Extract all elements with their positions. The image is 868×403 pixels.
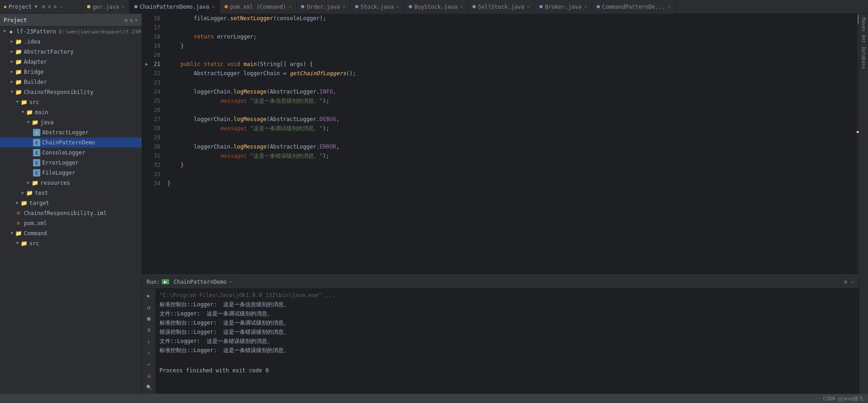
sidebar-title: Project xyxy=(4,17,27,23)
tab-close[interactable]: ✕ xyxy=(343,4,346,9)
tree-item-java[interactable]: ▼ 📁 java xyxy=(0,117,142,127)
project-label: Project xyxy=(9,4,32,10)
folder-icon-chainofresponsibility: 📁 xyxy=(15,88,22,96)
tab-label: Stock.java xyxy=(361,4,394,10)
toolbar-settings[interactable]: ⚙ xyxy=(54,4,57,10)
folder-icon-builder: 📁 xyxy=(15,78,22,86)
run-rerun-button[interactable]: ↺ xyxy=(144,302,154,312)
tree-item-resources[interactable]: ▶ 📁 resources xyxy=(0,178,142,188)
tab-close[interactable]: ✕ xyxy=(289,4,291,9)
tree-item-test[interactable]: ▶ 📁 test xyxy=(0,188,142,198)
tree-item-idea[interactable]: ▶ 📁 .idea xyxy=(0,37,142,47)
run-scroll-up-button[interactable]: ↑ xyxy=(144,348,154,358)
tree-item-builder[interactable]: ▶ 📁 Builder xyxy=(0,77,142,87)
line-num-23: 23 xyxy=(144,78,160,87)
tab-stock-java[interactable]: Stock.java ✕ xyxy=(351,0,404,14)
tab-label: CommandPatternDe... xyxy=(602,4,665,10)
run-tab-chainpatterndemo[interactable]: ChainPatternDemo ✕ xyxy=(171,276,235,288)
tab-pom-xml-command[interactable]: pom.xml (Command) ✕ xyxy=(220,0,297,14)
toolbar-minimize[interactable]: — xyxy=(60,4,63,10)
tab-commandpatternde[interactable]: CommandPatternDe... ✕ xyxy=(592,0,676,14)
tree-item-main[interactable]: ▼ 📁 main xyxy=(0,107,142,117)
tree-label-main: main xyxy=(35,109,48,116)
tab-sellstock-java[interactable]: SellStock.java ✕ xyxy=(468,0,535,14)
tree-item-chainofresponsibility[interactable]: ▼ 📁 ChainofResponsibility xyxy=(0,87,142,97)
line-num-22: 22 xyxy=(144,69,160,78)
tree-item-consolelogger[interactable]: C ConsoleLogger xyxy=(0,148,142,158)
sidebar-settings-icon[interactable]: ⇅ xyxy=(130,17,133,23)
java-icon-abstractlogger: A xyxy=(33,129,40,136)
tree-item-pom-xml[interactable]: m pom.xml xyxy=(0,218,142,228)
tree-item-chainpatterndemo[interactable]: C ChainPatternDemo xyxy=(0,138,142,148)
run-wrap-button[interactable]: ⇌ xyxy=(144,359,154,369)
scrollbar-thumb[interactable] xyxy=(857,15,859,24)
code-line-23 xyxy=(167,78,852,87)
folder-icon-project: ◆ xyxy=(7,28,15,35)
tree-item-abstractlogger[interactable]: A AbstractLogger xyxy=(0,127,142,138)
tree-item-abstractfactory[interactable]: ▶ 📁 AbstractFactory xyxy=(0,47,142,57)
tree-item-command[interactable]: ▼ 📁 Command xyxy=(0,228,142,238)
tab-close[interactable]: ✕ xyxy=(396,4,399,9)
right-tool-maven[interactable]: Maven xyxy=(860,16,867,33)
tab-order-java[interactable]: Order.java ✕ xyxy=(297,0,350,14)
tab-label: Order.java xyxy=(307,4,340,10)
tab-close[interactable]: ✕ xyxy=(668,4,670,9)
tree-label-adapter: Adapter xyxy=(24,59,47,65)
output-line-4: 错误控制台::Logger: 这是一条错误级别的消息。 xyxy=(159,327,855,337)
right-tool-database[interactable]: Database xyxy=(860,45,867,71)
run-tab-close[interactable]: ✕ xyxy=(230,279,232,284)
tree-item-bridge[interactable]: ▶ 📁 Bridge xyxy=(0,67,142,77)
project-icon: ◆ xyxy=(4,4,7,10)
tree-item-iml[interactable]: m ChainofResponsibility.iml xyxy=(0,208,142,218)
run-stop-button[interactable]: ■ xyxy=(144,314,154,323)
run-play-button[interactable]: ▶ xyxy=(144,291,154,300)
tree-item-filelogger[interactable]: C FileLogger xyxy=(0,168,142,178)
tab-dot xyxy=(355,5,358,8)
tab-close[interactable]: ✕ xyxy=(527,4,530,9)
java-icon-chainpatterndemo: C xyxy=(33,139,40,146)
tree-item-target[interactable]: ▶ 📁 target xyxy=(0,198,142,208)
line-num-18: 18 xyxy=(144,32,160,41)
sidebar-gear-icon[interactable]: ⚙ xyxy=(124,17,127,23)
tab-dot xyxy=(87,5,90,8)
run-settings-icon[interactable]: ⚙ xyxy=(844,279,847,285)
tree-item-project-root[interactable]: ▼ ◆ lf-23Pattern D:\wenjian\workspace\lf… xyxy=(0,27,142,37)
tab-close[interactable]: ✕ xyxy=(212,4,215,9)
tab-broker-java[interactable]: Broker.java ✕ xyxy=(535,0,592,14)
run-minimize-icon[interactable]: — xyxy=(851,279,854,285)
tree-label-abstractfactory: AbstractFactory xyxy=(24,49,73,55)
run-tab-label: ChainPatternDemo xyxy=(174,279,227,285)
tree-item-errorlogger[interactable]: C ErrorLogger xyxy=(0,158,142,168)
project-header: ◆ Project ▼ ⊞ ⇅ ⚙ — xyxy=(0,0,82,14)
folder-icon-resources: 📁 xyxy=(31,179,38,187)
tab-dot xyxy=(225,5,228,8)
tab-close[interactable]: ✕ xyxy=(460,4,463,9)
run-pause-button[interactable]: ⏸ xyxy=(144,325,154,335)
tree-item-adapter[interactable]: ▶ 📁 Adapter xyxy=(0,57,142,67)
tree-item-src[interactable]: ▼ 📁 src xyxy=(0,97,142,107)
run-print-button[interactable]: 🖨 xyxy=(144,371,154,381)
sidebar-close-icon[interactable]: ✕ xyxy=(135,17,138,23)
tab-buystock-java[interactable]: BuyStock.java ✕ xyxy=(404,0,468,14)
line-num-28: 28 xyxy=(144,124,160,133)
output-line-1: 标准控制台::Logger: 这是一条信息级别的消息。 xyxy=(159,300,855,309)
tree-item-src2[interactable]: ▼ 📁 src xyxy=(0,238,142,248)
tree-arrow-chainofresponsibility: ▼ xyxy=(9,89,15,95)
tab-chainpatterndemo[interactable]: ChainPatternDemo.java ✕ xyxy=(130,0,220,14)
tab-close[interactable]: ✕ xyxy=(584,4,587,9)
tree-label-test: test xyxy=(35,190,48,196)
tab-ger-java[interactable]: ger.java ✕ xyxy=(82,0,130,14)
code-lines[interactable]: fileLogger.setNextLogger(consoleLogger);… xyxy=(165,14,852,275)
project-dropdown[interactable]: ▼ xyxy=(34,4,38,10)
tree-arrow-main: ▼ xyxy=(20,110,26,115)
code-container: 16 17 18 19 20 ▶ 21 22 23 24 25 26 27 28 xyxy=(142,14,859,275)
folder-icon-test: 📁 xyxy=(26,189,33,197)
tab-close[interactable]: ✕ xyxy=(122,4,125,9)
toolbar-layout[interactable]: ⊞ xyxy=(42,4,45,10)
right-tool-ant[interactable]: Ant xyxy=(860,33,867,45)
run-filter-button[interactable]: 🔍 xyxy=(144,382,154,392)
toolbar-split[interactable]: ⇅ xyxy=(48,4,51,10)
run-output: "C:\Program Files\Java\jdk1.8.0_152\bin\… xyxy=(156,289,859,394)
folder-icon-bridge: 📁 xyxy=(15,68,22,76)
run-scroll-down-button[interactable]: ↓ xyxy=(144,337,154,346)
